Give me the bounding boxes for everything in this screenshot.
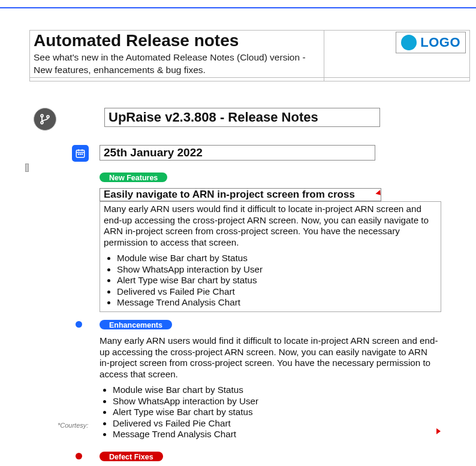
svg-rect-9 (82, 153, 83, 155)
list-item: Alert Type wise Bar chart by status (113, 407, 440, 418)
logo-box: LOGO (396, 32, 466, 53)
top-accent-line (0, 7, 476, 8)
timeline-dot-enhancements (76, 321, 82, 328)
svg-point-1 (41, 122, 43, 124)
list-item: Message Trend Analysis Chart (117, 297, 437, 308)
logo-text: LOGO (420, 35, 460, 50)
page-subtitle-1: See what's new in the Automated Release … (34, 52, 320, 63)
svg-rect-7 (78, 153, 79, 155)
timeline-dot-defects (76, 453, 82, 459)
list-item: Message Trend Analysis Chart (113, 429, 440, 440)
git-branch-icon (34, 108, 56, 131)
list-item: Module wise Bar chart by Status (113, 385, 440, 396)
page-title: Automated Release notes (34, 32, 320, 50)
page-subtitle-2: New features, enhancements & bug fixes. (34, 64, 320, 75)
header-right-cell: LOGO (324, 31, 470, 78)
svg-point-0 (41, 114, 43, 117)
side-handle-icon[interactable] (25, 164, 29, 172)
header-table: Automated Release notes See what's new i… (29, 30, 470, 81)
courtesy-label: *Courtesy: (58, 422, 88, 429)
enhancements-body: Many early ARN users would find it diffi… (100, 335, 440, 440)
list-item: Show WhatsApp interaction by User (117, 264, 437, 276)
badge-defect-fixes: Defect Fixes (100, 452, 163, 461)
list-item: Show WhatsApp interaction by User (113, 396, 440, 407)
list-item: Module wise Bar chart by Status (117, 253, 437, 264)
enhancements-body-list: Module wise Bar chart by Status Show Wha… (113, 385, 440, 440)
svg-point-2 (47, 116, 49, 118)
release-date[interactable]: 25th January 2022 (100, 145, 375, 161)
feature-body-box[interactable]: Many early ARN users would find it diffi… (100, 201, 441, 312)
section-defect-fixes: Defect Fixes (100, 452, 453, 464)
section-new-features: New Features Easily navigate to ARN in-p… (100, 173, 453, 312)
calendar-icon (72, 145, 89, 162)
list-item: Delivered vs Failed Pie Chart (113, 418, 440, 429)
version-title[interactable]: UpRaise v2.3.808 - Release Notes (104, 108, 380, 127)
badge-enhancements: Enhancements (100, 320, 172, 329)
enhancements-body-text: Many early ARN users would find it diffi… (100, 335, 438, 379)
header-empty-cell-2 (324, 77, 470, 81)
badge-new-features: New Features (100, 173, 167, 182)
logo-circle-icon (401, 35, 417, 50)
header-empty-cell-1 (30, 77, 324, 81)
svg-rect-8 (80, 153, 81, 155)
list-item: Alert Type wise Bar chart by status (117, 275, 437, 286)
feature-body-text: Many early ARN users would find it diffi… (104, 204, 429, 247)
section-enhancements: Enhancements Many early ARN users would … (100, 320, 445, 440)
feature-body-list: Module wise Bar chart by Status Show Wha… (117, 253, 437, 308)
feature-title[interactable]: Easily navigate to ARN in-project screen… (100, 188, 381, 201)
list-item: Delivered vs Failed Pie Chart (117, 286, 437, 298)
header-left-cell: Automated Release notes See what's new i… (30, 31, 324, 78)
